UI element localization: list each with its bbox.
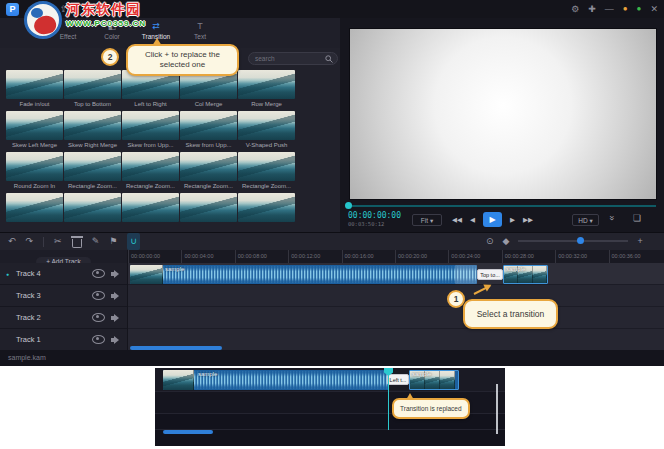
- scrub-handle[interactable]: [345, 202, 352, 209]
- search-input[interactable]: [253, 54, 325, 63]
- zoom-slider-handle[interactable]: [577, 237, 584, 244]
- settings-gear-icon[interactable]: ⚙: [571, 0, 579, 18]
- transition-item[interactable]: Skew from Upp...: [122, 111, 179, 151]
- scrub-bar[interactable]: [348, 205, 656, 207]
- visibility-toggle-icon[interactable]: [92, 269, 105, 278]
- transition-label: Row Merge: [238, 99, 295, 109]
- transition-item[interactable]: Left to Right: [122, 70, 179, 110]
- transition-item[interactable]: V-Shaped Push: [238, 111, 295, 151]
- transition-item[interactable]: Rectangle Zoom...: [64, 152, 121, 192]
- delete-icon[interactable]: [72, 239, 82, 248]
- transition-thumbnail: [180, 193, 237, 222]
- collapse-chevrons-icon[interactable]: »: [607, 215, 617, 220]
- next-button[interactable]: ▶▶: [523, 212, 533, 227]
- track-header[interactable]: ● Track 4: [0, 263, 127, 285]
- transition-label: Skew Right Merge: [64, 140, 121, 150]
- transition-thumbnail: [180, 111, 237, 140]
- visibility-toggle-icon[interactable]: [92, 291, 105, 300]
- transition-item[interactable]: Rectangle Zoom...: [180, 152, 237, 192]
- visibility-toggle-icon[interactable]: [92, 335, 105, 344]
- step-forward-button[interactable]: ▶: [510, 212, 515, 227]
- keyframe-icon[interactable]: ◆: [503, 233, 510, 250]
- quality-dropdown[interactable]: HD ▾: [572, 214, 599, 226]
- transition-label: Rectangle Zoom...: [64, 181, 121, 191]
- maximize-button[interactable]: ●: [623, 0, 628, 18]
- snap-magnet-icon[interactable]: ∪: [127, 233, 140, 250]
- transition-item[interactable]: Rectangle Zoom...: [238, 152, 295, 192]
- play-button[interactable]: ▶: [483, 212, 502, 227]
- redo-icon[interactable]: ↷: [26, 233, 34, 250]
- transition-item[interactable]: [180, 193, 237, 232]
- track-name: Track 1: [16, 335, 88, 344]
- track-lane[interactable]: [128, 285, 664, 307]
- fullscreen-icon[interactable]: ❏: [633, 213, 641, 223]
- audio-video-clip[interactable]: sample: [130, 265, 477, 284]
- minimize-button[interactable]: —: [605, 0, 614, 18]
- transition-item[interactable]: Fade in/out: [6, 70, 63, 110]
- transition-item[interactable]: [64, 193, 121, 232]
- mute-toggle-icon[interactable]: [114, 292, 119, 300]
- transition-thumbnail: [238, 152, 295, 181]
- inset-horizontal-scrollbar: [163, 430, 213, 434]
- transition-label: Rectangle Zoom...: [180, 181, 237, 191]
- clip-label: sample: [165, 266, 184, 272]
- inset-clip-label: sample: [198, 371, 217, 377]
- track-headers: ● Track 4 Track 3 Track 2: [0, 263, 128, 350]
- timeline-zoom-controls: ⊙ ◆ +: [486, 232, 643, 250]
- track-header[interactable]: Track 2: [0, 307, 127, 329]
- transition-item[interactable]: Top to Bottom: [64, 70, 121, 110]
- marker-flag-icon[interactable]: ⚑: [109, 233, 117, 250]
- ruler-label: 00:00:24:00: [448, 250, 501, 263]
- track-header[interactable]: Track 1: [0, 329, 127, 350]
- transition-label: Skew from Upp...: [180, 140, 237, 150]
- zoom-in-icon[interactable]: +: [637, 233, 642, 250]
- project-filename: sample.kam: [8, 354, 46, 361]
- transition-thumbnail: [238, 111, 295, 140]
- mute-toggle-icon[interactable]: [114, 314, 119, 322]
- locate-playhead-icon[interactable]: ⊙: [486, 233, 494, 250]
- search-icon: [325, 55, 333, 63]
- cut-icon[interactable]: ✂: [54, 233, 62, 250]
- transition-thumbnail: [238, 70, 295, 99]
- transition-item[interactable]: [122, 193, 179, 232]
- undo-icon[interactable]: ↶: [8, 233, 16, 250]
- video-screen: [349, 28, 657, 200]
- transition-label: Skew from Upp...: [122, 140, 179, 150]
- caret-down-icon: ▾: [430, 217, 433, 224]
- zoom-slider[interactable]: [518, 240, 628, 242]
- tab-label: Text: [178, 32, 222, 41]
- transition-item[interactable]: Row Merge: [238, 70, 295, 110]
- step-back-button[interactable]: ◀: [470, 212, 475, 227]
- transition-item[interactable]: Skew Right Merge: [64, 111, 121, 151]
- watermark-text: 河东软件园 WWW.PC0359.CN: [66, 1, 146, 29]
- track-lane[interactable]: [128, 307, 664, 329]
- edit-icon[interactable]: ✎: [92, 233, 100, 250]
- app-logo: P: [6, 3, 19, 16]
- playhead-line[interactable]: [388, 368, 389, 430]
- transition-item[interactable]: Skew from Upp...: [180, 111, 237, 151]
- visibility-toggle-icon[interactable]: [92, 313, 105, 322]
- transition-label: V-Shaped Push: [238, 140, 295, 150]
- watermark-logo-icon: [24, 1, 62, 39]
- close-button[interactable]: ✕: [650, 0, 658, 18]
- transition-thumbnail: [64, 152, 121, 181]
- transport-controls: ◀◀ ◀ ▶ ▶ ▶▶: [452, 212, 533, 227]
- callout-step2: Click + to replace the selected one: [126, 44, 239, 76]
- transition-badge[interactable]: Top to...: [477, 269, 503, 280]
- transition-item[interactable]: [6, 193, 63, 232]
- transition-item[interactable]: [238, 193, 295, 232]
- restore-button[interactable]: ●: [637, 0, 642, 18]
- previous-button[interactable]: ◀◀: [452, 212, 462, 227]
- track-header[interactable]: Track 3: [0, 285, 127, 307]
- mute-toggle-icon[interactable]: [114, 270, 119, 278]
- transition-label: Round Zoom In: [6, 181, 63, 191]
- transition-item[interactable]: Skew Left Merge: [6, 111, 63, 151]
- timeline-ruler[interactable]: 00:00:00:0000:00:04:0000:00:08:0000:00:1…: [128, 250, 664, 263]
- pin-icon[interactable]: ✚: [588, 0, 596, 18]
- transition-item[interactable]: Col Merge: [180, 70, 237, 110]
- fit-dropdown[interactable]: Fit ▾: [412, 214, 442, 226]
- transition-item[interactable]: Round Zoom In: [6, 152, 63, 192]
- transition-item[interactable]: Rectangle Zoom...: [122, 152, 179, 192]
- ruler-label: 00:00:36:00: [609, 250, 662, 263]
- mute-toggle-icon[interactable]: [114, 336, 119, 344]
